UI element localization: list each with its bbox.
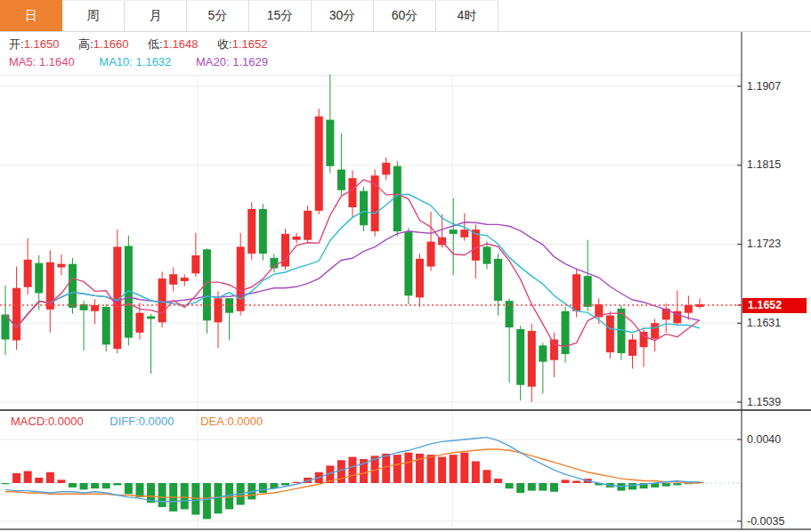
forex-candlestick-chart-app: { "tabs": { "items": [ {"label": "日", "a… bbox=[0, 0, 811, 532]
tab-30min[interactable]: 30分 bbox=[312, 0, 374, 31]
y-axis bbox=[737, 32, 742, 529]
close-label: 收: bbox=[217, 37, 232, 51]
dea-label: DEA: bbox=[200, 415, 227, 428]
macd-value: 0.0000 bbox=[48, 415, 84, 428]
high-value: 1.1660 bbox=[93, 37, 129, 51]
high-pair: 高:1.1660 bbox=[78, 37, 128, 51]
dea-value: 0.0000 bbox=[228, 415, 264, 428]
open-label: 开: bbox=[9, 37, 24, 51]
candlesticks bbox=[2, 74, 704, 402]
low-value: 1.1648 bbox=[163, 37, 199, 51]
high-label: 高: bbox=[78, 37, 93, 51]
tab-4hour[interactable]: 4时 bbox=[436, 0, 499, 31]
diff-label: DIFF: bbox=[109, 415, 139, 428]
macd-label: MACD: bbox=[11, 415, 48, 428]
tab-month[interactable]: 月 bbox=[125, 0, 187, 31]
price-tick-2: 1.1815 bbox=[747, 158, 807, 171]
tab-5min[interactable]: 5分 bbox=[187, 0, 249, 31]
ma5-value: 1.1640 bbox=[39, 55, 75, 69]
close-pair: 收:1.1652 bbox=[217, 37, 267, 51]
diff-value: 0.0000 bbox=[139, 415, 174, 428]
interval-tabbar: 日 周 月 5分 15分 30分 60分 4时 bbox=[0, 0, 811, 32]
macd-histogram bbox=[2, 453, 704, 520]
open-pair: 开:1.1650 bbox=[9, 37, 59, 51]
tab-week[interactable]: 周 bbox=[62, 0, 125, 31]
ma10-pair: MA10: 1.1632 bbox=[99, 55, 171, 69]
ohlc-info-line: 开:1.1650 高:1.1660 低:1.1648 收:1.1652 bbox=[9, 36, 283, 52]
tab-day[interactable]: 日 bbox=[0, 0, 62, 31]
price-tick-3: 1.1723 bbox=[747, 238, 807, 250]
ma-info-line: MA5: 1.1640 MA10: 1.1632 MA20: 1.1629 bbox=[9, 55, 289, 69]
ma5-pair: MA5: 1.1640 bbox=[9, 55, 75, 69]
price-tick-5: 1.1539 bbox=[747, 396, 807, 408]
tab-60min[interactable]: 60分 bbox=[374, 0, 436, 31]
diff-pair: DIFF:0.0000 bbox=[109, 415, 174, 428]
chart-canvas[interactable] bbox=[0, 0, 811, 532]
macd-tick-1: 0.0040 bbox=[747, 433, 807, 446]
ma20-value: 1.1629 bbox=[232, 55, 268, 69]
macd-tick-2: -0.0035 bbox=[747, 515, 807, 528]
tab-15min[interactable]: 15分 bbox=[249, 0, 312, 31]
dea-pair: DEA:0.0000 bbox=[200, 415, 263, 428]
price-tick-4: 1.1631 bbox=[747, 317, 807, 329]
open-value: 1.1650 bbox=[24, 37, 60, 51]
price-tick-1: 1.1907 bbox=[747, 80, 807, 93]
macd-pair: MACD:0.0000 bbox=[11, 415, 84, 428]
low-label: 低: bbox=[148, 37, 163, 51]
last-price-badge: 1.1652 bbox=[742, 298, 807, 313]
low-pair: 低:1.1648 bbox=[148, 37, 198, 51]
close-value: 1.1652 bbox=[232, 37, 268, 51]
ma20-label: MA20: bbox=[196, 55, 230, 69]
ma5-label: MA5: bbox=[9, 55, 36, 69]
ma10-label: MA10: bbox=[99, 55, 133, 69]
macd-header: MACD:0.0000 DIFF:0.0000 DEA:0.0000 bbox=[11, 415, 286, 428]
ma10-value: 1.1632 bbox=[136, 55, 172, 69]
ma20-pair: MA20: 1.1629 bbox=[196, 55, 268, 69]
